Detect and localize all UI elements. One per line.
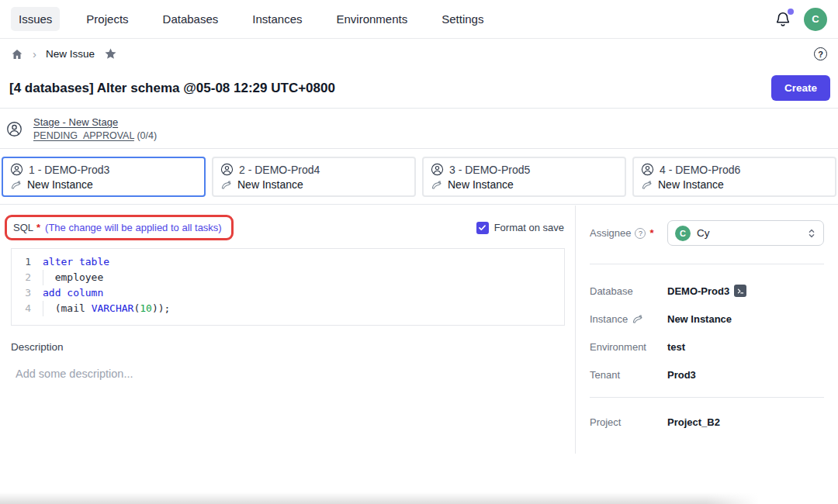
sql-panel: SQL* (The change will be applied to all … [0, 205, 576, 454]
sql-editor[interactable]: 1 alter table 2 employee 3 add column 4 … [11, 248, 565, 326]
field-row-database: Database DEMO-Prod3 [590, 285, 824, 297]
issue-sidebar: Assignee * C Cy Database DEMO-Prod3 In [576, 205, 838, 454]
user-avatar[interactable]: C [804, 8, 827, 31]
main-nav: Issues Projects Databases Instances Envi… [11, 7, 491, 31]
task-label: 3 - DEMO-Prod5 [449, 164, 530, 176]
task-card-2[interactable]: 2 - DEMO-Prod4 New Instance [212, 157, 416, 197]
description-label: Description [11, 341, 564, 353]
issue-title: [4 databases] Alter schema @05-08 12:29 … [9, 81, 335, 96]
stage-section: Stage - New Stage PENDING_APPROVAL (0/4) [0, 109, 838, 149]
sidebar-divider [590, 264, 824, 264]
nav-item-issues[interactable]: Issues [11, 7, 60, 31]
engine-icon [220, 179, 232, 191]
format-on-save-label: Format on save [494, 222, 564, 233]
editor-line: 1 alter table [12, 254, 564, 270]
engine-icon [10, 179, 22, 191]
sql-required-mark: * [36, 222, 40, 233]
format-on-save-toggle[interactable]: Format on save [476, 222, 564, 234]
notification-dot [788, 9, 794, 15]
main-content: SQL* (The change will be applied to all … [0, 205, 838, 454]
issue-header: [4 databases] Alter schema @05-08 12:29 … [0, 68, 838, 109]
task-cards: 1 - DEMO-Prod3 New Instance 2 - DEMO-Pro… [0, 150, 838, 205]
annotation-highlight-box: SQL* (The change will be applied to all … [5, 215, 234, 240]
field-label: Instance [590, 313, 667, 325]
task-instance: New Instance [448, 178, 514, 191]
line-number: 4 [12, 301, 43, 316]
assignee-select[interactable]: C Cy [667, 220, 824, 246]
stage-status-link[interactable]: PENDING_APPROVAL [33, 130, 134, 141]
nav-right: C [774, 8, 827, 31]
field-row-instance: Instance New Instance [590, 313, 824, 325]
field-label: Environment [590, 341, 667, 353]
task-card-4[interactable]: 4 - DEMO-Prod6 New Instance [632, 157, 836, 197]
format-on-save-checkbox[interactable] [476, 222, 489, 234]
user-circle-icon [6, 121, 23, 137]
field-label: Tenant [590, 369, 667, 381]
assignee-avatar: C [675, 226, 691, 241]
user-circle-icon [220, 163, 234, 176]
create-button[interactable]: Create [771, 75, 830, 101]
nav-item-environments[interactable]: Environments [328, 7, 415, 31]
task-label: 1 - DEMO-Prod3 [29, 164, 109, 176]
task-instance: New Instance [237, 178, 303, 191]
assignee-help-icon[interactable] [635, 228, 646, 239]
line-number: 3 [12, 285, 43, 301]
field-label: Database [590, 285, 667, 297]
sql-label: SQL [13, 222, 33, 233]
assignee-value: Cy [697, 227, 710, 239]
nav-item-projects[interactable]: Projects [78, 7, 136, 31]
favorite-star-icon[interactable] [104, 47, 117, 60]
field-value: DEMO-Prod3 [667, 285, 729, 297]
nav-item-settings[interactable]: Settings [434, 7, 491, 31]
field-value: test [667, 341, 685, 353]
task-instance: New Instance [27, 178, 93, 191]
check-icon [478, 223, 487, 232]
field-row-project: Project Project_B2 [590, 416, 824, 428]
breadcrumb-page: New Issue [46, 48, 95, 60]
top-nav: Issues Projects Databases Instances Envi… [0, 0, 838, 39]
sql-console-icon[interactable] [734, 285, 746, 297]
user-circle-icon [641, 163, 654, 176]
task-card-1[interactable]: 1 - DEMO-Prod3 New Instance [2, 157, 206, 197]
task-instance: New Instance [658, 178, 724, 191]
stage-status-line: PENDING_APPROVAL (0/4) [33, 130, 157, 141]
assignee-label: Assignee * [590, 227, 667, 239]
engine-icon [641, 179, 653, 191]
editor-line: 2 employee [12, 270, 564, 285]
field-row-tenant: Tenant Prod3 [590, 369, 824, 381]
nav-item-instances[interactable]: Instances [244, 7, 310, 31]
line-number: 1 [12, 254, 43, 270]
breadcrumb-separator: › [33, 47, 36, 60]
sql-note: (The change will be applied to all tasks… [45, 222, 222, 233]
engine-icon [632, 313, 643, 325]
stage-name-link[interactable]: Stage - New Stage [33, 116, 157, 128]
sidebar-divider [590, 397, 824, 398]
stage-text: Stage - New Stage PENDING_APPROVAL (0/4) [33, 116, 157, 141]
field-value: Project_B2 [667, 416, 720, 428]
breadcrumb: › New Issue [0, 40, 838, 68]
help-icon[interactable] [814, 47, 827, 60]
chevron-updown-icon [807, 228, 816, 239]
editor-line: 3 add column [12, 285, 564, 301]
home-icon[interactable] [11, 48, 23, 60]
description-input[interactable]: Add some description... [16, 368, 564, 380]
field-row-environment: Environment test [590, 341, 824, 353]
bottom-panel-shadow [0, 492, 767, 504]
assignee-required-mark: * [649, 227, 653, 239]
field-value: Prod3 [667, 369, 696, 381]
field-value: New Instance [667, 313, 732, 325]
engine-icon [431, 179, 442, 191]
line-number: 2 [12, 270, 43, 285]
stage-progress: (0/4) [134, 130, 157, 141]
field-label: Project [590, 416, 667, 428]
task-label: 4 - DEMO-Prod6 [660, 164, 740, 176]
notifications-button[interactable] [774, 11, 791, 28]
task-card-3[interactable]: 3 - DEMO-Prod5 New Instance [422, 157, 626, 197]
editor-line: 4 (mail VARCHAR(10)); [12, 301, 564, 316]
user-circle-icon [431, 163, 444, 176]
nav-item-databases[interactable]: Databases [155, 7, 227, 31]
task-label: 2 - DEMO-Prod4 [239, 164, 320, 176]
user-circle-icon [10, 163, 23, 176]
